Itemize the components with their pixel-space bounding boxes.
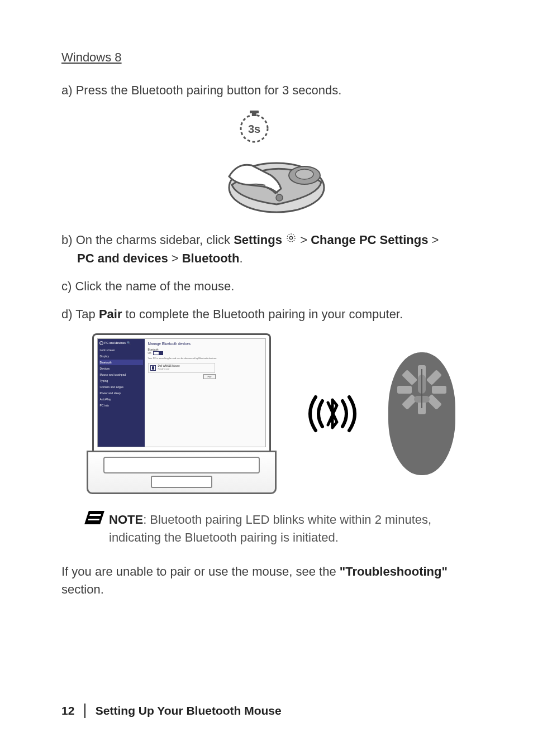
svg-rect-2 <box>250 111 259 113</box>
step-b-sep2: > <box>428 233 439 247</box>
sidebar-item: PC info <box>99 403 143 408</box>
sidebar-item-active: Bluetooth <box>99 360 143 365</box>
step-b-sep3: > <box>168 251 182 265</box>
sidebar-item: Lock screen <box>99 347 143 353</box>
step-c: c) Click the name of the mouse. <box>61 277 480 295</box>
gear-icon <box>285 231 297 248</box>
page-footer: 12 Setting Up Your Bluetooth Mouse <box>61 704 282 718</box>
note-block: NOTE: Bluetooth pairing LED blinks white… <box>87 511 480 547</box>
scroll-wheel <box>418 375 426 394</box>
step-d: d) Tap Pair to complete the Bluetooth pa… <box>61 305 480 323</box>
svg-point-7 <box>289 236 292 239</box>
page-number: 12 <box>61 704 74 717</box>
search-hint: Your PC is searching for and can be disc… <box>148 357 262 360</box>
laptop-illustration: ← PC and devices 🔍 Lock screen Display B… <box>87 333 277 494</box>
figure-pairing-row: ← PC and devices 🔍 Lock screen Display B… <box>61 333 480 494</box>
toggle-state: On <box>148 352 151 355</box>
sidebar-item: Devices <box>99 366 143 371</box>
note-text: : Bluetooth pairing LED blinks white wit… <box>109 513 431 544</box>
step-d-pair: Pair <box>99 307 122 321</box>
step-d-letter: d) <box>61 307 73 321</box>
section-heading: Windows 8 <box>61 50 480 65</box>
sidebar-header: PC and devices <box>104 341 126 344</box>
step-a-text: Press the Bluetooth pairing button for 3… <box>76 83 342 97</box>
mouse-top-illustration <box>388 352 455 475</box>
laptop-base <box>87 451 277 494</box>
sidebar-item: Power and sleep <box>99 390 143 396</box>
svg-point-8 <box>287 234 295 242</box>
step-b-bt: Bluetooth <box>182 251 240 265</box>
step-c-text: Click the name of the mouse. <box>75 279 234 293</box>
content-title: Manage Bluetooth devices <box>148 342 262 346</box>
step-a: a) Press the Bluetooth pairing button fo… <box>61 82 480 99</box>
timer-icon: 3s <box>241 111 268 142</box>
sidebar-item: Corners and edges <box>99 384 143 390</box>
trouble-post: section. <box>61 582 104 596</box>
led-burst-icon <box>394 363 450 419</box>
step-b-settings: Settings <box>234 233 282 247</box>
trouble-link: "Troubleshooting" <box>340 564 448 578</box>
step-a-letter: a) <box>61 83 73 97</box>
sidebar-item: Display <box>99 353 143 359</box>
settings-sidebar: ← PC and devices 🔍 Lock screen Display B… <box>98 339 145 447</box>
search-icon: 🔍 <box>127 341 131 344</box>
step-b-pcdev: PC and devices <box>77 251 168 265</box>
svg-point-6 <box>276 194 283 201</box>
svg-point-5 <box>296 169 313 179</box>
device-entry: Dell WM615 Mouse Ready to pair Pair <box>148 363 215 373</box>
step-b-letter: b) <box>61 233 73 247</box>
settings-content: Manage Bluetooth devices Bluetooth On Yo… <box>145 339 265 447</box>
step-d-post: to complete the Bluetooth pairing in you… <box>122 307 403 321</box>
step-b: b) On the charms sidebar, click Settings… <box>61 231 480 267</box>
step-b-change: Change PC Settings <box>311 233 428 247</box>
step-c-letter: c) <box>61 279 72 293</box>
step-d-pre: Tap <box>75 307 99 321</box>
pair-button: Pair <box>203 374 215 379</box>
device-status: Ready to pair <box>158 368 180 370</box>
note-icon <box>84 511 104 524</box>
bluetooth-toggle <box>153 351 163 355</box>
wheel-base <box>414 396 430 403</box>
bluetooth-signal-icon <box>293 389 372 439</box>
timer-label: 3s <box>248 123 260 135</box>
step-b-pre: On the charms sidebar, click <box>76 233 234 247</box>
sidebar-item: Mouse and touchpad <box>99 372 143 377</box>
note-label: NOTE <box>109 513 143 527</box>
settings-screen: ← PC and devices 🔍 Lock screen Display B… <box>97 338 266 447</box>
figure-press-3s: 3s <box>61 109 480 218</box>
step-b-sep1: > <box>297 233 311 247</box>
back-arrow-icon: ← <box>99 341 103 345</box>
trouble-pre: If you are unable to pair or use the mou… <box>61 564 340 578</box>
footer-title: Setting Up Your Bluetooth Mouse <box>96 704 282 717</box>
sidebar-item: Typing <box>99 378 143 384</box>
device-icon <box>150 365 156 371</box>
troubleshoot-text: If you are unable to pair or use the mou… <box>61 563 480 599</box>
footer-separator <box>84 704 85 718</box>
sidebar-item: AutoPlay <box>99 396 143 402</box>
step-b-period: . <box>239 251 242 265</box>
